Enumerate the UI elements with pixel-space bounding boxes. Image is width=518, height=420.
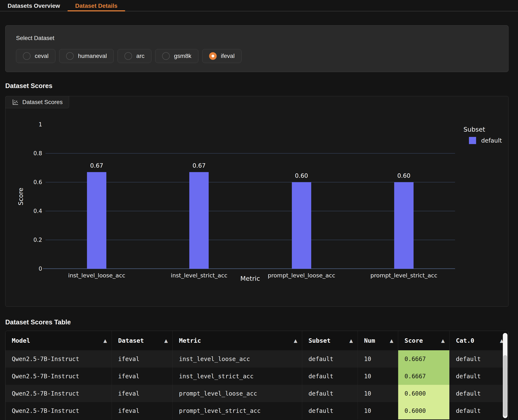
table-cell: prompt_level_strict_acc (173, 402, 302, 419)
top-tab-bar: Datasets Overview Dataset Details (0, 0, 518, 11)
table-cell: Qwen2.5-7B-Instruct (6, 350, 112, 368)
column-header-label: Score (405, 337, 439, 344)
gridline (45, 153, 455, 154)
column-header-label: Metric (179, 337, 292, 344)
column-header-label: Model (12, 337, 101, 344)
chart-tab[interactable]: Dataset Scores (5, 96, 69, 108)
chart-plot: 00.20.40.60.810.67inst_level_loose_acc0.… (45, 125, 455, 269)
radio-icon (209, 52, 217, 60)
table-cell: ifeval (112, 402, 173, 419)
legend-item[interactable]: default (463, 137, 502, 144)
gridline (45, 240, 455, 240)
v-scrollbar[interactable] (503, 333, 507, 418)
bar-value-label: 0.60 (295, 172, 308, 179)
v-scrollbar-thumb[interactable] (503, 355, 507, 416)
radio-option-label: ceval (35, 53, 48, 60)
table-cell: 10 (358, 385, 398, 402)
radio-option-ifeval[interactable]: ifeval (202, 49, 242, 63)
tab-dataset-details[interactable]: Dataset Details (68, 0, 125, 11)
bar (189, 172, 209, 269)
table-cell: Qwen2.5-7B-Instruct (6, 385, 112, 402)
column-header-metric[interactable]: Metric ▲ (173, 331, 302, 350)
legend-label: default (481, 137, 502, 144)
table-cell: default (302, 402, 358, 419)
sort-asc-icon: ▲ (441, 338, 445, 343)
table-row: Qwen2.5-7B-Instructifevalprompt_level_st… (6, 402, 508, 419)
gridline (45, 182, 455, 182)
sort-asc-icon: ▲ (390, 338, 393, 343)
column-header-label: Num (364, 337, 388, 344)
gridline (45, 211, 455, 211)
table-cell: Qwen2.5-7B-Instruct (6, 402, 112, 419)
radio-option-label: ifeval (221, 53, 235, 60)
radio-icon (125, 52, 132, 60)
column-header-label: Subset (309, 337, 347, 344)
x-axis-tick-label: prompt_level_loose_acc (268, 272, 335, 279)
radio-option-arc[interactable]: arc (118, 49, 151, 63)
table-cell: default (302, 368, 358, 385)
tab-datasets-overview[interactable]: Datasets Overview (0, 0, 68, 11)
legend-swatch (469, 137, 476, 144)
bar-value-label: 0.60 (397, 172, 410, 179)
column-header-dataset[interactable]: Dataset ▲ (112, 331, 173, 350)
legend-title: Subset (463, 126, 502, 133)
radio-option-humaneval[interactable]: humaneval (59, 49, 114, 63)
column-header-label: Cat.0 (456, 337, 498, 344)
table-cell: inst_level_strict_acc (173, 368, 302, 385)
table-header-row: Model ▲ Dataset ▲ Metric ▲ Subset ▲ Num … (6, 331, 508, 350)
radio-option-label: gsm8k (174, 53, 191, 60)
radio-option-ceval[interactable]: ceval (16, 49, 55, 63)
radio-option-gsm8k[interactable]: gsm8k (155, 49, 198, 63)
radio-option-label: humaneval (78, 53, 107, 60)
sort-asc-icon: ▲ (294, 338, 297, 343)
table-cell: inst_level_loose_acc (173, 350, 302, 368)
y-axis-tick-label: 0 (38, 266, 42, 272)
table-row: Qwen2.5-7B-Instructifevalinst_level_loos… (6, 350, 508, 368)
legend: Subset default (463, 126, 502, 144)
score-cell: 0.6000 (398, 385, 450, 402)
dataset-radio-group: ceval humaneval arc gsm8k ifeval (16, 49, 500, 63)
x-axis-tick-label: prompt_level_strict_acc (370, 272, 437, 279)
y-axis-title: Score (17, 188, 24, 205)
column-header-cat0[interactable]: Cat.0 ▲ (450, 331, 508, 350)
column-header-num[interactable]: Num ▲ (358, 331, 398, 350)
table-row: Qwen2.5-7B-Instructifevalprompt_level_lo… (6, 385, 508, 402)
select-dataset-card: Select Dataset ceval humaneval arc gsm8k… (5, 25, 509, 72)
table-row: Qwen2.5-7B-Instructifevalinst_level_stri… (6, 368, 508, 385)
sort-asc-icon: ▲ (349, 338, 353, 343)
column-header-model[interactable]: Model ▲ (6, 331, 112, 350)
table-cell: 10 (358, 402, 398, 419)
scatter-chart-icon (12, 98, 19, 106)
x-axis-title: Metric (240, 275, 260, 282)
table-cell: 10 (358, 350, 398, 368)
column-header-score[interactable]: Score ▲ (398, 331, 450, 350)
table-cell: ifeval (112, 385, 173, 402)
table-cell: prompt_level_loose_acc (173, 385, 302, 402)
table-cell: ifeval (112, 350, 173, 368)
table-cell: default (450, 402, 508, 419)
table-cell: default (302, 385, 358, 402)
bar-value-label: 0.67 (90, 162, 103, 169)
score-cell: 0.6000 (398, 402, 450, 419)
radio-icon (23, 52, 30, 60)
y-axis-tick-label: 1 (38, 121, 42, 128)
table-section-heading: Dataset Scores Table (5, 318, 518, 326)
bar (394, 182, 414, 269)
table-cell: default (302, 350, 358, 368)
column-header-subset[interactable]: Subset ▲ (302, 331, 358, 350)
column-header-label: Dataset (118, 337, 162, 344)
y-axis-tick-label: 0.2 (33, 237, 42, 243)
table-cell: ifeval (112, 368, 173, 385)
table-body: Qwen2.5-7B-Instructifevalinst_level_loos… (6, 350, 508, 419)
sort-asc-icon: ▲ (164, 338, 168, 343)
bar (87, 172, 106, 269)
score-cell: 0.6667 (398, 368, 450, 385)
chart-tab-label: Dataset Scores (22, 99, 63, 105)
table-card: Model ▲ Dataset ▲ Metric ▲ Subset ▲ Num … (5, 331, 509, 420)
x-axis-tick-label: inst_level_strict_acc (171, 272, 227, 279)
select-dataset-label: Select Dataset (16, 35, 500, 42)
sort-asc-icon: ▲ (104, 338, 107, 343)
bar (292, 182, 311, 269)
x-axis-tick-label: inst_level_loose_acc (68, 272, 125, 279)
table-cell: default (450, 385, 508, 402)
